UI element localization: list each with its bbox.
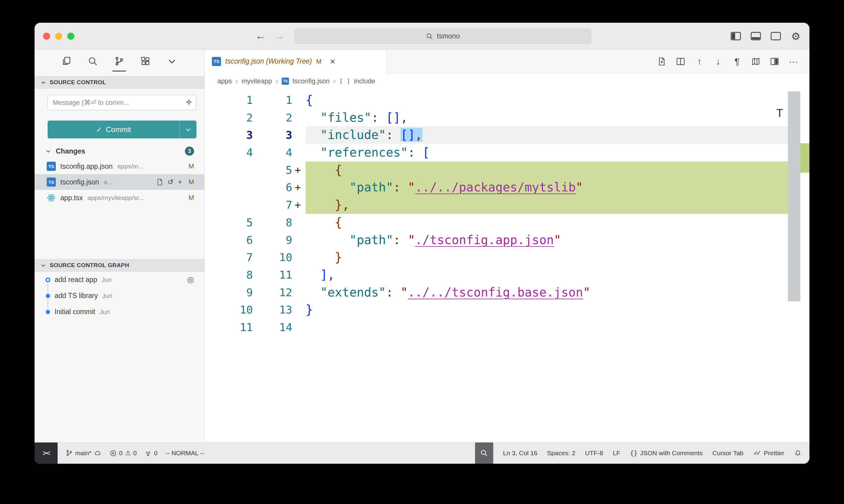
changed-file-row[interactable]: app.tsx apps/myviteapp/sr... M (35, 190, 204, 206)
commit-button[interactable]: ✓ Commit (48, 125, 179, 134)
encoding-status[interactable]: UTF-8 (585, 449, 603, 457)
breadcrumb-item[interactable]: apps (217, 77, 232, 85)
settings-gear-icon[interactable]: ⚙ (790, 31, 802, 42)
source-control-section-header[interactable]: SOURCE CONTROL (35, 76, 204, 89)
scrollbar-thumb[interactable] (788, 91, 800, 301)
code-line[interactable]: 44 "references": [ (205, 144, 788, 161)
commit-message: Initial commit (55, 308, 95, 316)
split-editor-icon[interactable] (769, 56, 780, 67)
code-token: : (372, 111, 386, 125)
cursor-position-status[interactable]: Ln 3, Col 16 (503, 449, 537, 457)
diff-added-marker (292, 126, 306, 144)
sync-cloud-icon[interactable] (94, 449, 102, 457)
git-branch-status[interactable]: main* (66, 449, 102, 457)
code-line[interactable]: 912 "extends": "../../tsconfig.base.json… (205, 284, 788, 301)
formatter-status[interactable]: ✓✓ Prettier (753, 449, 784, 457)
code-line[interactable]: 710 } (205, 249, 788, 266)
code-line[interactable]: 58 { (205, 214, 788, 231)
line-number-new: 13 (253, 301, 292, 319)
open-file-icon[interactable] (156, 178, 163, 186)
cursor-tab-status[interactable]: Cursor Tab (712, 449, 743, 457)
code-token: : (408, 145, 422, 159)
commit-row[interactable]: add TS library Juri (35, 288, 204, 304)
diff-added-marker (292, 109, 306, 127)
line-number-old: 1 (205, 91, 253, 109)
discard-changes-icon[interactable]: ↺ (168, 178, 174, 186)
stage-changes-plus-icon[interactable]: + (178, 178, 182, 186)
back-icon[interactable]: ← (254, 30, 268, 42)
code-token: : (386, 285, 400, 299)
toggle-panel-icon[interactable] (750, 31, 761, 42)
toggle-whitespace-icon[interactable]: ¶ (731, 56, 743, 67)
command-center-search[interactable]: tsmono (295, 29, 591, 43)
warning-count: 0 (133, 449, 137, 457)
zoom-indicator[interactable] (475, 443, 493, 464)
code-token: " (554, 233, 561, 247)
eol-status[interactable]: LF (613, 449, 620, 457)
code-line[interactable]: 69 "path": "./tsconfig.app.json" (205, 231, 788, 249)
open-changes-icon[interactable] (656, 56, 668, 67)
file-path: apps/myviteapp/sr... (87, 194, 182, 201)
tab-tsconfig-working-tree[interactable]: TS tsconfig.json (Working Tree) M × (205, 50, 386, 73)
minimize-window-button[interactable] (55, 33, 62, 40)
toggle-secondary-sidebar-icon[interactable] (770, 31, 781, 42)
breadcrumb-item[interactable]: tsconfig.json (293, 77, 329, 85)
indentation-status[interactable]: Spaces: 2 (547, 449, 575, 457)
line-number-new: 6 (253, 179, 292, 196)
code-line[interactable]: 6+ "path": "../../packages/mytslib" (205, 179, 788, 196)
commit-row[interactable]: Initial commit Juri (35, 304, 204, 320)
zoom-window-button[interactable] (67, 33, 74, 40)
commit-dot (46, 294, 50, 298)
line-number-old: 3 (205, 126, 253, 144)
tab-bar: TS tsconfig.json (Working Tree) M × ↑ ↓ … (205, 50, 809, 73)
breadcrumb-separator: › (276, 77, 278, 85)
language-mode-status[interactable]: {} JSON with Comments (630, 449, 703, 457)
more-actions-icon[interactable]: ··· (788, 56, 799, 67)
changed-file-row[interactable]: TS tsconfig.json a... ↺ + M (35, 174, 204, 190)
notifications-bell-icon[interactable] (794, 449, 802, 457)
line-col-text: Ln 3, Col 16 (503, 449, 537, 457)
search-view-icon[interactable] (86, 52, 100, 71)
problems-status[interactable]: 0 ⚠ 0 (110, 449, 137, 457)
previous-change-icon[interactable]: ↑ (694, 56, 705, 67)
changes-section-header[interactable]: Changes 3 (35, 144, 204, 158)
generate-commit-message-sparkle-icon[interactable] (185, 98, 193, 106)
extensions-view-icon[interactable] (139, 52, 152, 71)
commit-row[interactable]: add react app Juri ◎ (35, 272, 204, 288)
code-line[interactable]: 33 "include": [], (205, 126, 788, 144)
code-line[interactable]: 1114 (205, 319, 788, 336)
source-control-view-icon[interactable] (113, 52, 126, 71)
breadcrumb-item[interactable]: myviteapp (242, 77, 272, 85)
editor-area: TS tsconfig.json (Working Tree) M × ↑ ↓ … (205, 50, 809, 442)
open-preview-icon[interactable] (675, 56, 686, 67)
map-outline-icon[interactable] (750, 56, 761, 67)
forward-icon[interactable]: → (273, 30, 286, 42)
code-line[interactable]: 22 "files": [], (205, 109, 788, 127)
toggle-primary-sidebar-icon[interactable] (730, 31, 742, 42)
vim-mode-indicator[interactable]: -- NORMAL -- (166, 449, 205, 457)
source-control-graph-header[interactable]: SOURCE CONTROL GRAPH (35, 259, 204, 272)
explorer-icon[interactable] (60, 52, 73, 71)
remote-indicator[interactable]: >< (35, 443, 57, 464)
diff-editor[interactable]: 11{22 "files": [],33 "include": [],44 "r… (205, 89, 809, 442)
line-number-old (205, 196, 253, 214)
close-tab-icon[interactable]: × (330, 57, 335, 66)
next-change-icon[interactable]: ↓ (712, 56, 724, 67)
close-window-button[interactable] (43, 33, 50, 40)
code-token (306, 268, 320, 282)
commit-dropdown-button[interactable] (179, 121, 196, 139)
code-token: } (335, 250, 342, 264)
code-line[interactable]: 7+ }, (205, 196, 788, 214)
ports-status[interactable]: 0 (144, 449, 158, 457)
file-name: tsconfig.json (60, 178, 99, 186)
breadcrumb-item[interactable]: include (354, 77, 375, 85)
code-line[interactable]: 11{ (205, 91, 788, 109)
breadcrumb-separator: › (236, 77, 238, 85)
more-views-chevron-icon[interactable] (165, 52, 178, 71)
code-line[interactable]: 5+ { (205, 161, 788, 179)
code-line[interactable]: 1013} (205, 301, 788, 319)
changed-file-row[interactable]: TS tsconfig.app.json apps/m... M (35, 158, 204, 174)
commit-message-input[interactable] (48, 95, 196, 110)
code-line[interactable]: 811 ], (205, 266, 788, 284)
checkout-target-icon[interactable]: ◎ (187, 275, 194, 284)
